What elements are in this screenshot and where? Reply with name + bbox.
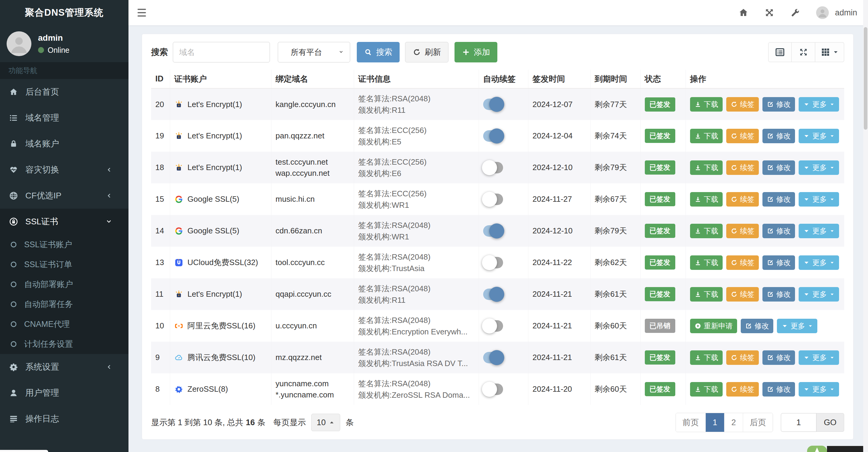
auto-renew-toggle[interactable]	[483, 320, 503, 332]
renew-button[interactable]: 续签	[726, 160, 759, 175]
sidebar-group-3: 容灾切换	[0, 157, 128, 183]
page-button-1[interactable]: 1	[706, 413, 724, 432]
edit-button[interactable]: 修改	[763, 382, 795, 396]
page-button-2[interactable]: 2	[724, 413, 743, 432]
more-button[interactable]: 更多	[799, 192, 839, 206]
renew-button[interactable]: 续签	[726, 287, 759, 301]
renew-button[interactable]: 续签	[726, 129, 759, 143]
more-button[interactable]: 更多	[799, 287, 839, 301]
auto-renew-toggle[interactable]	[483, 225, 503, 237]
edit-button[interactable]: 修改	[741, 319, 773, 333]
more-button[interactable]: 更多	[799, 97, 839, 111]
download-button[interactable]: 下载	[690, 129, 723, 143]
sidebar-subitem-计划任务设置[interactable]: 计划任务设置	[0, 334, 128, 354]
auto-renew-toggle[interactable]	[483, 194, 503, 205]
edit-icon	[767, 132, 774, 140]
more-button[interactable]: 更多	[777, 319, 817, 333]
page-size-select[interactable]: 10	[311, 414, 340, 431]
auto-renew-toggle[interactable]	[483, 352, 503, 363]
more-button[interactable]: 更多	[799, 255, 839, 270]
more-button[interactable]: 更多	[799, 382, 839, 396]
renew-button[interactable]: 续签	[726, 97, 759, 111]
download-button[interactable]: 下载	[690, 350, 723, 365]
page-button-前页[interactable]: 前页	[676, 413, 706, 432]
more-button[interactable]: 更多	[799, 160, 839, 175]
edit-button[interactable]: 修改	[763, 192, 795, 206]
go-button[interactable]: GO	[816, 413, 844, 432]
sidebar-subitem-SSL证书订单[interactable]: SSL证书订单	[0, 255, 128, 275]
sidebar-item-系统设置[interactable]: 系统设置	[0, 354, 128, 380]
download-button[interactable]: 下载	[690, 160, 723, 175]
home-icon[interactable]	[738, 7, 749, 18]
auto-renew-toggle[interactable]	[483, 130, 503, 142]
user-menu[interactable]: admin	[816, 6, 857, 19]
edit-button[interactable]: 修改	[763, 255, 795, 270]
more-button[interactable]: 更多	[799, 350, 839, 365]
sidebar-subitem-CNAME代理[interactable]: CNAME代理	[0, 314, 128, 334]
renew-button[interactable]: 续签	[726, 382, 759, 396]
sidebar-item-用户管理[interactable]: 用户管理	[0, 380, 128, 406]
cell-cert-info: 签名算法:RSA(2048)颁发机构:Encryption Everywh...	[354, 310, 478, 342]
per-page-unit: 条	[346, 417, 354, 428]
sidebar-subitem-自动部署任务[interactable]: 自动部署任务	[0, 294, 128, 314]
renew-button[interactable]: 续签	[726, 350, 759, 365]
auto-renew-toggle[interactable]	[483, 384, 503, 395]
sidebar-subitem-SSL证书账户[interactable]: SSL证书账户	[0, 235, 128, 255]
aliyun-icon	[174, 321, 183, 330]
reapply-button[interactable]: 重新申请	[690, 319, 737, 333]
renew-button[interactable]: 续签	[726, 255, 759, 270]
renew-button[interactable]: 续签	[726, 192, 759, 206]
cell-expiry: 剩余61天	[590, 278, 640, 310]
mascot-widget[interactable]	[807, 446, 827, 452]
fullscreen-view-icon[interactable]	[792, 42, 815, 62]
table-view-icon[interactable]	[768, 42, 792, 62]
auto-renew-toggle[interactable]	[483, 289, 503, 300]
sidebar-item-容灾切换[interactable]: 容灾切换	[0, 157, 128, 183]
edit-button[interactable]: 修改	[763, 97, 795, 111]
wrench-icon[interactable]	[790, 7, 801, 18]
more-button[interactable]: 更多	[799, 129, 839, 143]
scrollbar-thumb[interactable]	[864, 27, 867, 130]
page-button-后页[interactable]: 后页	[743, 413, 773, 432]
cell-actions: 重新申请修改更多	[685, 310, 844, 342]
sidebar-item-CF优选IP[interactable]: CF优选IP	[0, 183, 128, 209]
columns-view-icon[interactable]	[815, 42, 844, 62]
edit-button[interactable]: 修改	[763, 350, 795, 365]
action-label: 续签	[740, 289, 754, 299]
download-button[interactable]: 下载	[690, 287, 723, 301]
download-icon	[694, 196, 702, 203]
fullscreen-icon[interactable]	[764, 7, 775, 18]
sidebar-item-域名管理[interactable]: 域名管理	[0, 105, 128, 131]
sidebar-item-操作日志[interactable]: 操作日志	[0, 406, 128, 432]
sidebar-subitem-label: 自动部署任务	[24, 299, 73, 310]
more-button[interactable]: 更多	[799, 224, 839, 238]
cell-id: 18	[151, 152, 170, 183]
scrollbar[interactable]	[863, 0, 868, 452]
edit-button[interactable]: 修改	[763, 129, 795, 143]
auto-renew-toggle[interactable]	[483, 162, 503, 173]
refresh-button[interactable]: 刷新	[405, 42, 448, 62]
add-button[interactable]: 添加	[455, 42, 497, 62]
download-button[interactable]: 下载	[690, 97, 723, 111]
download-button[interactable]: 下载	[690, 382, 723, 396]
auto-renew-toggle[interactable]	[483, 99, 503, 110]
search-button[interactable]: 搜索	[357, 42, 400, 62]
sidebar-toggle-icon[interactable]	[137, 6, 151, 20]
edit-button[interactable]: 修改	[763, 160, 795, 175]
edit-button[interactable]: 修改	[763, 287, 795, 301]
page-jump-input[interactable]	[781, 413, 816, 432]
download-button[interactable]: 下载	[690, 192, 723, 206]
auto-renew-toggle[interactable]	[483, 257, 503, 268]
platform-select[interactable]: 所有平台	[278, 42, 350, 62]
edit-button[interactable]: 修改	[763, 224, 795, 238]
cert-info-line: 颁发机构:R11	[358, 104, 474, 116]
renew-button[interactable]: 续签	[726, 224, 759, 238]
download-button[interactable]: 下载	[690, 224, 723, 238]
sidebar-subitem-自动部署账户[interactable]: 自动部署账户	[0, 275, 128, 294]
sidebar-item-SSL证书[interactable]: SSL证书	[0, 209, 128, 235]
download-button[interactable]: 下载	[690, 255, 723, 270]
sidebar-item-域名账户[interactable]: 域名账户	[0, 131, 128, 157]
search-input[interactable]	[173, 42, 270, 62]
sidebar-item-后台首页[interactable]: 后台首页	[0, 79, 128, 105]
cell-issued-date: 2024-11-27	[528, 183, 590, 215]
